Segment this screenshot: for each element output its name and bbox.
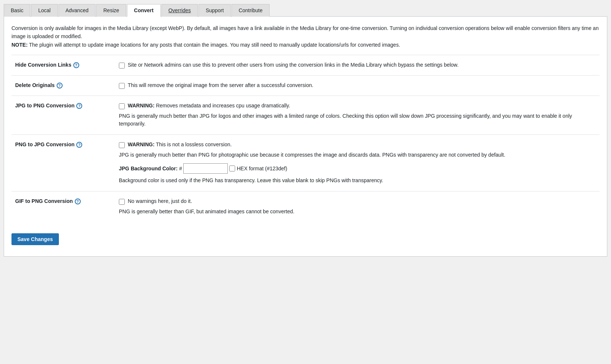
bg-color-row: JPG Background Color:#HEX format (#123de… bbox=[119, 163, 596, 174]
content-area: Conversion is only available for images … bbox=[4, 17, 607, 257]
setting-row-hide-conversion-links: Hide Conversion Links?Site or Network ad… bbox=[11, 55, 600, 76]
save-changes-button[interactable]: Save Changes bbox=[11, 233, 59, 245]
tab-overrides[interactable]: Overrides bbox=[161, 4, 198, 17]
description-jpg-to-png: PNG is generally much better than JPG fo… bbox=[119, 112, 596, 128]
warning-text-png-to-jpg: WARNING: bbox=[128, 141, 154, 147]
checkbox-delete-originals[interactable] bbox=[119, 83, 125, 89]
label-cell-gif-to-png: GIF to PNG Conversion? bbox=[11, 191, 115, 223]
checkbox-row-delete-originals: This will remove the original image from… bbox=[119, 82, 596, 89]
checkbox-png-to-jpg[interactable] bbox=[119, 142, 125, 148]
description-gif-to-png: PNG is generally better than GIF, but an… bbox=[119, 208, 596, 216]
help-icon-hide-conversion-links[interactable]: ? bbox=[73, 62, 79, 68]
tab-advanced[interactable]: Advanced bbox=[59, 4, 96, 17]
label-cell-jpg-to-png: JPG to PNG Conversion? bbox=[11, 96, 115, 135]
note-prefix: NOTE: bbox=[11, 42, 28, 48]
help-icon-png-to-jpg[interactable]: ? bbox=[76, 142, 82, 148]
value-cell-gif-to-png: No warnings here, just do it.PNG is gene… bbox=[115, 191, 600, 223]
tabs-nav: BasicLocalAdvancedResizeConvertOverrides… bbox=[4, 4, 607, 17]
bg-color-note: Background color is used only if the PNG… bbox=[119, 177, 596, 184]
checkbox-gif-to-png[interactable] bbox=[119, 199, 125, 205]
checkbox-label-hide-conversion-links: Site or Network admins can use this to p… bbox=[128, 62, 458, 68]
setting-row-delete-originals: Delete Originals?This will remove the or… bbox=[11, 76, 600, 96]
label-cell-delete-originals: Delete Originals? bbox=[11, 76, 115, 96]
checkbox-label-png-to-jpg: WARNING: This is not a lossless conversi… bbox=[128, 141, 232, 147]
bg-color-input[interactable] bbox=[183, 163, 228, 174]
intro-line2: The plugin will attempt to update image … bbox=[28, 42, 400, 48]
checkbox-row-png-to-jpg: WARNING: This is not a lossless conversi… bbox=[119, 141, 596, 148]
tab-convert[interactable]: Convert bbox=[127, 4, 161, 17]
checkbox-row-gif-to-png: No warnings here, just do it. bbox=[119, 198, 596, 205]
setting-label-gif-to-png: GIF to PNG Conversion bbox=[15, 198, 73, 204]
help-icon-delete-originals[interactable]: ? bbox=[57, 83, 63, 89]
tab-resize[interactable]: Resize bbox=[96, 4, 126, 17]
label-cell-png-to-jpg: PNG to JPG Conversion? bbox=[11, 135, 115, 191]
page-wrapper: BasicLocalAdvancedResizeConvertOverrides… bbox=[0, 0, 611, 260]
setting-label-png-to-jpg: PNG to JPG Conversion bbox=[15, 141, 74, 147]
checkbox-row-hide-conversion-links: Site or Network admins can use this to p… bbox=[119, 62, 596, 69]
hex-format-label: HEX format (#123def) bbox=[237, 166, 287, 171]
setting-label-delete-originals: Delete Originals bbox=[15, 82, 55, 88]
help-icon-jpg-to-png[interactable]: ? bbox=[76, 103, 82, 109]
hex-format-checkbox[interactable] bbox=[229, 166, 235, 171]
tab-basic[interactable]: Basic bbox=[4, 4, 30, 17]
checkbox-label-delete-originals: This will remove the original image from… bbox=[128, 82, 313, 88]
setting-label-hide-conversion-links: Hide Conversion Links bbox=[15, 62, 71, 68]
value-cell-hide-conversion-links: Site or Network admins can use this to p… bbox=[115, 55, 600, 76]
checkbox-hide-conversion-links[interactable] bbox=[119, 63, 125, 69]
warning-text-jpg-to-png: WARNING: bbox=[128, 103, 154, 108]
setting-row-png-to-jpg: PNG to JPG Conversion?WARNING: This is n… bbox=[11, 135, 600, 191]
intro-text: Conversion is only available for images … bbox=[11, 24, 600, 49]
hash-symbol: # bbox=[179, 166, 182, 171]
bg-color-label: JPG Background Color: bbox=[119, 166, 178, 171]
value-cell-png-to-jpg: WARNING: This is not a lossless conversi… bbox=[115, 135, 600, 191]
checkbox-jpg-to-png[interactable] bbox=[119, 103, 125, 109]
description-png-to-jpg: JPG is generally much better than PNG fo… bbox=[119, 151, 596, 159]
setting-label-jpg-to-png: JPG to PNG Conversion bbox=[15, 103, 74, 108]
value-cell-delete-originals: This will remove the original image from… bbox=[115, 76, 600, 96]
settings-table: Hide Conversion Links?Site or Network ad… bbox=[11, 55, 600, 222]
intro-line1: Conversion is only available for images … bbox=[11, 25, 599, 39]
value-cell-jpg-to-png: WARNING: Removes metadata and increases … bbox=[115, 96, 600, 135]
checkbox-row-jpg-to-png: WARNING: Removes metadata and increases … bbox=[119, 103, 596, 109]
setting-row-jpg-to-png: JPG to PNG Conversion?WARNING: Removes m… bbox=[11, 96, 600, 135]
help-icon-gif-to-png[interactable]: ? bbox=[75, 198, 81, 204]
tab-support[interactable]: Support bbox=[198, 4, 231, 17]
checkbox-label-jpg-to-png: WARNING: Removes metadata and increases … bbox=[128, 103, 290, 108]
setting-row-gif-to-png: GIF to PNG Conversion?No warnings here, … bbox=[11, 191, 600, 223]
tab-local[interactable]: Local bbox=[31, 4, 57, 17]
tab-contribute[interactable]: Contribute bbox=[231, 4, 270, 17]
checkbox-label-gif-to-png: No warnings here, just do it. bbox=[128, 198, 192, 204]
label-cell-hide-conversion-links: Hide Conversion Links? bbox=[11, 55, 115, 76]
